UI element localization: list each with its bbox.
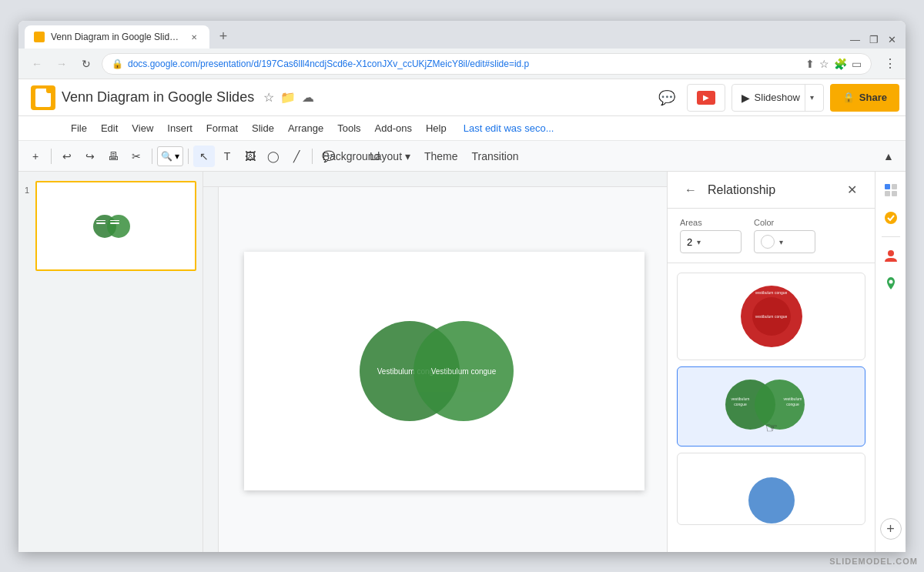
menu-slide[interactable]: Slide	[246, 119, 280, 137]
share-label: Share	[859, 92, 887, 103]
side-slides-button[interactable]	[879, 178, 903, 202]
panel-venn-right-text: vestibulum congue	[782, 396, 804, 406]
toolbar-transition-button[interactable]: Transition	[466, 146, 525, 167]
address-bar: ← → ↻ 🔒 docs.google.com/presentation/d/1…	[18, 49, 906, 79]
new-tab-button[interactable]: +	[213, 25, 234, 47]
toolbar-paintformat-button[interactable]: ✂	[126, 146, 147, 167]
toolbar-image-button[interactable]: 🖼	[239, 146, 261, 167]
toolbar-collapse-button[interactable]: ▲	[878, 146, 899, 167]
active-tab[interactable]: Venn Diagram in Google Slides - ✕	[25, 25, 209, 49]
partial-circle	[748, 477, 795, 523]
minimize-button[interactable]: —	[847, 34, 863, 45]
thumb-line-2	[96, 222, 105, 224]
side-add-button[interactable]: +	[880, 518, 902, 540]
diagram-card-venn[interactable]: vestibulum congue vestibulum congue ☞	[677, 366, 865, 447]
menu-addons[interactable]: Add-ons	[369, 119, 418, 137]
thumb-lines-right	[110, 220, 119, 224]
color-label: Color	[754, 218, 815, 227]
menu-help[interactable]: Help	[420, 119, 453, 137]
cloud-icon[interactable]: ☁	[302, 90, 314, 105]
svg-point-4	[885, 212, 897, 224]
diagram-card-concentric[interactable]: vestibulum congue vestibulum congue	[677, 273, 865, 360]
restore-button[interactable]: ❐	[866, 34, 882, 45]
share-icon[interactable]: ⬆	[805, 58, 815, 70]
menu-insert[interactable]: Insert	[161, 119, 199, 137]
toolbar-line-button[interactable]: ╱	[286, 146, 307, 167]
menu-tools[interactable]: Tools	[331, 119, 367, 137]
toolbar-divider-1	[51, 149, 52, 164]
ruler-top	[203, 172, 667, 187]
slide-thumbnails: 1	[18, 172, 203, 280]
concentric-diagram: vestibulum congue vestibulum congue	[741, 286, 802, 347]
window-controls: — ❐ ✕	[847, 34, 899, 49]
panel-close-button[interactable]: ✕	[841, 179, 862, 201]
slide-thumbnail-1[interactable]	[35, 181, 196, 271]
bookmark-icon[interactable]: ☆	[263, 90, 274, 105]
toolbar-divider-3	[188, 149, 189, 164]
thumb-line-3	[110, 220, 119, 222]
share-button[interactable]: 🔒 Share	[830, 84, 899, 112]
toolbar-print-button[interactable]: 🖶	[102, 146, 124, 167]
toolbar-insert-button[interactable]: +	[25, 146, 46, 167]
meet-button[interactable]: ▶	[687, 84, 725, 112]
watermark: SLIDEMODEL.COM	[829, 557, 918, 566]
refresh-button[interactable]: ↻	[77, 55, 95, 73]
menu-view[interactable]: View	[126, 119, 159, 137]
extensions-icon[interactable]: 🧩	[834, 58, 847, 70]
sidebar-icon[interactable]: ▭	[852, 58, 862, 70]
header-actions: 💬 ▶ ▶ Slideshow ▾ 🔒 Share	[653, 84, 899, 112]
forward-button[interactable]: →	[52, 55, 71, 73]
toolbar-redo-button[interactable]: ↪	[79, 146, 101, 167]
areas-dropdown-arrow: ▾	[697, 238, 701, 246]
slides-grid-icon	[883, 182, 899, 198]
svg-point-6	[889, 280, 892, 284]
side-people-button[interactable]	[879, 243, 903, 268]
toolbar-undo-button[interactable]: ↩	[56, 146, 78, 167]
diagram-card-partial[interactable]	[677, 453, 865, 525]
toolbar-theme-button[interactable]: Theme	[418, 146, 464, 167]
comments-button[interactable]: 💬	[653, 84, 681, 112]
maps-icon	[883, 276, 899, 291]
toolbar-divider-2	[152, 149, 152, 164]
toolbar-cursor-button[interactable]: ↖	[193, 146, 215, 167]
svg-rect-2	[885, 191, 890, 196]
svg-rect-1	[892, 184, 897, 189]
concentric-inner-circle: vestibulum congue	[752, 297, 791, 336]
svg-rect-3	[892, 191, 897, 196]
toolbar-background-button[interactable]: Background	[340, 146, 362, 167]
last-edit-status[interactable]: Last edit was seco...	[464, 122, 554, 134]
toolbar-layout-button[interactable]: Layout ▾	[363, 146, 417, 167]
panel-back-button[interactable]: ←	[680, 179, 701, 201]
thumb-line-1	[96, 220, 105, 222]
menu-format[interactable]: Format	[200, 119, 244, 137]
toolbar-textbox-button[interactable]: T	[216, 146, 238, 167]
bookmark-icon[interactable]: ☆	[819, 58, 829, 70]
address-input[interactable]: 🔒 docs.google.com/presentation/d/197Cas6…	[102, 53, 872, 75]
close-button[interactable]: ✕	[885, 34, 899, 45]
venn-diagram[interactable]: Vestibulum congue Vestibulum congue	[352, 309, 537, 433]
panel-header: ← Relationship ✕	[668, 172, 875, 209]
color-select[interactable]: ▾	[754, 230, 815, 253]
slide-canvas[interactable]: Vestibulum congue Vestibulum congue	[244, 252, 644, 490]
side-maps-button[interactable]	[879, 271, 903, 296]
tab-close-button[interactable]: ✕	[188, 31, 200, 43]
menu-arrange[interactable]: Arrange	[282, 119, 330, 137]
thumb-venn	[93, 211, 139, 242]
areas-value: 2	[687, 236, 692, 248]
color-dropdown-arrow: ▾	[779, 238, 783, 246]
chrome-menu-button[interactable]: ⋮	[884, 56, 896, 71]
toolbar-shape-button[interactable]: ◯	[263, 146, 284, 167]
side-tasks-button[interactable]	[879, 206, 903, 230]
folder-icon[interactable]: 📁	[280, 90, 296, 105]
slideshow-dropdown-arrow[interactable]: ▾	[805, 85, 814, 111]
menu-file[interactable]: File	[65, 119, 93, 137]
tab-bar: Venn Diagram in Google Slides - ✕ + — ❐ …	[18, 21, 906, 49]
concentric-outer-circle: vestibulum congue vestibulum congue	[741, 286, 802, 347]
areas-select[interactable]: 2 ▾	[680, 230, 742, 253]
slideshow-button[interactable]: ▶ Slideshow ▾	[732, 84, 824, 112]
color-swatch	[761, 235, 775, 249]
menu-edit[interactable]: Edit	[95, 119, 124, 137]
toolbar-zoom-select[interactable]: 🔍 ▾	[157, 146, 183, 166]
back-button[interactable]: ←	[28, 55, 46, 73]
lock-icon: 🔒	[842, 92, 855, 103]
